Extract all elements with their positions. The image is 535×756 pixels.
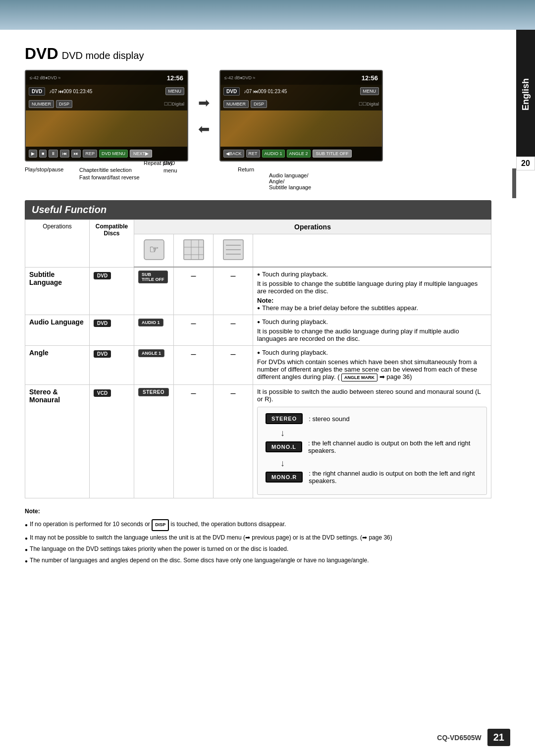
list-icon (221, 237, 246, 262)
bottom-note-title: Note: (25, 506, 491, 516)
language-label: English (516, 30, 535, 159)
subtitle-disc: DVD (90, 267, 134, 315)
subtitle-dash1: – (174, 267, 214, 315)
bottom-note-1: If no operation is performed for 10 seco… (25, 519, 491, 531)
stereo-feature-name: Stereo & Monaural (25, 385, 90, 498)
top-image-bar (0, 0, 535, 30)
page-number: 20 (516, 157, 535, 170)
operations-header: Operations (134, 220, 491, 234)
section-title: DVD DVD mode display (25, 45, 491, 63)
page-number-bottom: 21 (487, 729, 510, 746)
audio-feature-name: Audio Language (25, 315, 90, 346)
dvdmenu-label: DVD menu (163, 160, 188, 175)
bottom-right: CQ-VD6505W 21 (437, 729, 510, 746)
play-stop-label: Play/stop/pause (25, 166, 63, 172)
subtitle-language-row: Subtitle Language DVD SUBTITLE OFF – – T… (25, 267, 491, 315)
angle-op1: ANGLE 1 (134, 346, 174, 385)
stereo-disc: VCD (90, 385, 134, 498)
audio-angle-label: Audio language/ Angle/ Subtitle language (269, 166, 311, 191)
screen-labels-row: Play/stop/pause Chapter/title selection … (25, 166, 491, 191)
dvd-screen-left: ≤-42 dB♦DVD ≈ 12:56 DVD ♪07 ⏮009 01:23:4… (25, 70, 188, 162)
audio-language-row: Audio Language DVD AUDIO 1 – – Touch dur… (25, 315, 491, 346)
stereo-desc: It is possible to switch the audio betwe… (253, 385, 491, 498)
grid-icon (181, 237, 206, 262)
return-label: Return (238, 166, 254, 191)
bottom-notes: Note: If no operation is performed for 1… (25, 506, 491, 566)
audio-op1: AUDIO 1 (134, 315, 174, 346)
stereo-op1: STEREO (134, 385, 174, 498)
angle-feature-name: Angle (25, 346, 90, 385)
subtitle-desc: Touch during playback. It is possible to… (253, 267, 491, 315)
main-content: DVD DVD mode display ≤-42 dB♦DVD ≈ 12:56… (0, 30, 516, 582)
stereo-monaural-row: Stereo & Monaural VCD STEREO – – It is p… (25, 385, 491, 498)
svg-text:☞: ☞ (149, 243, 159, 256)
ops-header-row: Operations CompatibleDiscs Operations (25, 220, 491, 234)
screens-row: ≤-42 dB♦DVD ≈ 12:56 DVD ♪07 ⏮009 01:23:4… (25, 70, 491, 162)
dark-stripe (512, 168, 516, 198)
function-table: Operations CompatibleDiscs Operations ☞ (25, 219, 491, 498)
col-compatible-label: CompatibleDiscs (90, 220, 134, 268)
subtitle-feature-name: Subtitle Language (25, 267, 90, 315)
angle-desc: Touch during playback. For DVDs which co… (253, 346, 491, 385)
left-screen-labels: Play/stop/pause Chapter/title selection … (25, 166, 188, 191)
svg-rect-2 (184, 240, 204, 260)
angle-dash2: – (214, 346, 253, 385)
col-operations-label: Operations (25, 220, 90, 268)
list-icon-cell (214, 234, 253, 268)
stereo-flow-box: STEREO : stereo sound ↓ MONO.L : the lef… (257, 407, 487, 495)
angle-row: Angle DVD ANGLE 1 – – Touch during playb… (25, 346, 491, 385)
touch-icon-cell: ☞ (134, 234, 174, 268)
angle-dash1: – (174, 346, 214, 385)
audio-dash1: – (174, 315, 214, 346)
right-screen-labels: Return Audio language/ Angle/ Subtitle l… (238, 166, 401, 191)
touch-icon: ☞ (142, 237, 166, 262)
stereo-dash1: – (174, 385, 214, 498)
audio-dash2: – (214, 315, 253, 346)
dvd-screen-right: ≤-42 dB♦DVD ≈ 12:56 DVD ♪07 ⏮009 01:23:4… (219, 70, 383, 162)
navigation-arrows: ➡ ⬅ (198, 95, 210, 137)
audio-desc: Touch during playback. It is possible to… (253, 315, 491, 346)
product-name: CQ-VD6505W (437, 734, 481, 742)
bottom-note-3: The language on the DVD settings takes p… (25, 544, 491, 554)
useful-function-header: Useful Function (25, 200, 491, 219)
subtitle-dash2: – (214, 267, 253, 315)
subtitle-op1: SUBTITLE OFF (134, 267, 174, 315)
stereo-dash2: – (214, 385, 253, 498)
bottom-note-2: It may not be possible to switch the lan… (25, 533, 491, 542)
audio-disc: DVD (90, 315, 134, 346)
chapter-label: Chapter/title selection Fast forward/fas… (79, 166, 140, 182)
angle-disc: DVD (90, 346, 134, 385)
bottom-note-4: The number of languages and angles depen… (25, 555, 491, 565)
grid-icon-cell (174, 234, 214, 268)
